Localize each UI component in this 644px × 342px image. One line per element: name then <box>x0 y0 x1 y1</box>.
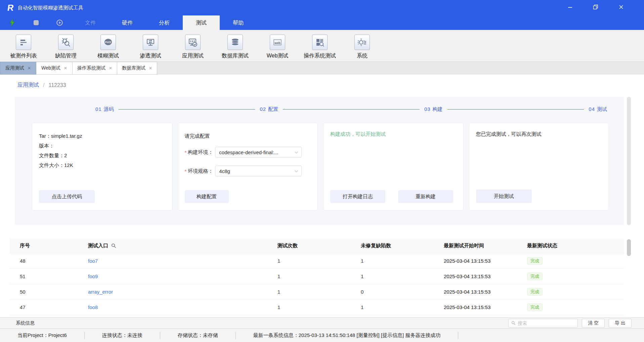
toolbar: 被测件列表 缺陷管理 FUZZ 模糊测试 渗透测试 应用测试 数据库测试 web… <box>0 30 644 62</box>
tab-strip: 应用测试 ✕ Web测试 ✕ 操作系统测试 ✕ 数据库测试 ✕ <box>0 62 644 75</box>
table-row: 47 foo8 1 1 2025-03-04 13:15:53 完成 <box>10 300 624 315</box>
toolbar-item-defect-mgmt[interactable]: 缺陷管理 <box>47 30 84 61</box>
scrollbar-thumb[interactable] <box>627 97 631 225</box>
step-build: 03构建 <box>424 106 443 113</box>
cell-count: 1 <box>277 289 361 295</box>
tab-db-test[interactable]: 数据库测试 ✕ <box>117 62 157 75</box>
status-divider <box>84 332 85 339</box>
tab-close-icon[interactable]: ✕ <box>149 66 152 71</box>
upload-code-button[interactable]: 点击上传代码 <box>39 190 95 203</box>
pentest-monitor-icon <box>143 35 158 50</box>
env-spec-field: * 环境规格： 4c8g <box>185 166 311 176</box>
step-config: 02配置 <box>260 106 278 113</box>
start-test-button[interactable]: 开始测试 <box>476 189 532 203</box>
status-badge: 完成 <box>527 257 543 265</box>
status-divider <box>160 332 160 339</box>
build-status-message: 构建成功，可以开始测试 <box>330 131 457 137</box>
test-status-message: 您已完成测试，可以再次测试 <box>476 131 602 137</box>
cell-defects: 1 <box>361 273 444 279</box>
tab-close-icon[interactable]: ✕ <box>64 66 67 71</box>
menu-item-test[interactable]: 测试 <box>183 15 220 30</box>
tab-close-icon[interactable]: ✕ <box>109 66 112 71</box>
table-row: 50 array_error 1 0 2025-03-04 13:15:53 完… <box>10 284 624 300</box>
os-search-icon <box>312 35 328 50</box>
toolbar-label: 操作系统测试 <box>304 52 336 59</box>
col-entry-label: 测试入口 <box>88 243 108 249</box>
system-info-search[interactable] <box>508 319 578 328</box>
menu-item-help[interactable]: 帮助 <box>220 15 257 30</box>
col-seq: 序号 <box>10 243 88 249</box>
status-latest-message: 最新一条系统信息：2025-03-13 14:51:50:148 [测量控制] … <box>253 332 441 339</box>
col-entry: 测试入口 <box>88 243 277 249</box>
menu-items: 文件 硬件 分析 测试 帮助 <box>72 15 257 30</box>
tab-close-icon[interactable]: ✕ <box>28 66 31 71</box>
close-button[interactable] <box>608 0 634 15</box>
tab-os-test[interactable]: 操作系统测试 ✕ <box>73 62 117 75</box>
toolbar-item-fuzz-test[interactable]: FUZZ 模糊测试 <box>90 30 127 61</box>
source-card: Tar：simple1.tar.gz 版本： 文件数量：2 文件大小：12K 点… <box>32 123 172 211</box>
entry-link[interactable]: array_error <box>88 289 113 295</box>
toolbar-item-db-test[interactable]: 数据库测试 <box>217 30 254 61</box>
toolbar-item-os-test[interactable]: 操作系统测试 <box>301 30 338 61</box>
build-config-button[interactable]: 构建配置 <box>185 190 229 203</box>
clear-button[interactable]: 清 空 <box>582 319 605 328</box>
toolbar-item-dut-list[interactable]: 被测件列表 <box>5 30 42 61</box>
close-icon <box>619 5 624 11</box>
cell-seq: 48 <box>10 258 88 264</box>
step-connector <box>283 109 420 110</box>
restart-icon[interactable] <box>56 19 63 26</box>
entry-link[interactable]: foo9 <box>88 273 98 279</box>
lightning-icon[interactable] <box>9 19 16 27</box>
build-env-select[interactable]: codespace-derived-final:... <box>215 147 302 158</box>
table-row: 51 foo9 1 1 2025-03-04 13:15:53 完成 <box>10 269 624 284</box>
cell-count: 1 <box>277 273 361 279</box>
search-icon[interactable] <box>111 243 116 248</box>
status-badge: 完成 <box>527 272 543 281</box>
toolbar-item-app-test[interactable]: 应用测试 <box>174 30 211 61</box>
toolbar-label: 应用测试 <box>182 52 204 59</box>
stop-icon[interactable] <box>32 19 40 26</box>
toolbar-label: 数据库测试 <box>222 52 249 59</box>
cell-time: 2025-03-04 13:15:53 <box>444 304 527 310</box>
system-info-bar: 系统信息 清 空 导 出 <box>0 317 644 329</box>
tab-label: Web测试 <box>41 65 60 71</box>
fuzz-icon: FUZZ <box>100 35 116 50</box>
search-input[interactable] <box>518 320 575 326</box>
restore-button[interactable] <box>583 0 608 15</box>
rebuild-button[interactable]: 重新构建 <box>398 190 453 203</box>
menu-bar: 文件 硬件 分析 测试 帮助 <box>0 15 644 30</box>
cell-defects: 1 <box>361 304 444 310</box>
entry-link[interactable]: foo7 <box>88 258 98 264</box>
tar-filename: Tar：simple1.tar.gz <box>39 131 165 141</box>
minimize-button[interactable] <box>557 0 583 15</box>
step-cards: Tar：simple1.tar.gz 版本： 文件数量：2 文件大小：12K 点… <box>15 113 624 211</box>
tab-label: 应用测试 <box>5 65 24 71</box>
entry-link[interactable]: foo8 <box>88 304 98 310</box>
env-spec-value: 4c8g <box>219 168 230 174</box>
toolbar-item-system[interactable]: 系统 <box>344 30 381 61</box>
cell-time: 2025-03-04 13:15:53 <box>444 289 527 295</box>
chevron-down-icon <box>294 151 298 154</box>
env-spec-label: 环境规格： <box>188 168 213 174</box>
scrollbar-thumb[interactable] <box>627 239 631 256</box>
menu-item-analysis[interactable]: 分析 <box>146 15 183 30</box>
svg-text:web: web <box>274 41 281 45</box>
run-controls <box>9 19 63 27</box>
open-build-log-button[interactable]: 打开构建日志 <box>330 190 385 203</box>
tab-label: 数据库测试 <box>122 65 145 71</box>
breadcrumb: 应用测试 / 112233 <box>17 82 66 89</box>
export-button[interactable]: 导 出 <box>609 319 632 328</box>
config-card: 请完成配置 * 构建环境： codespace-derived-final:..… <box>178 123 318 211</box>
tab-web-test[interactable]: Web测试 ✕ <box>36 62 73 75</box>
restore-icon <box>593 4 598 11</box>
menu-item-hardware[interactable]: 硬件 <box>109 15 146 30</box>
toolbar-label: 渗透测试 <box>140 52 161 59</box>
status-divider <box>458 332 458 339</box>
tab-app-test[interactable]: 应用测试 ✕ <box>0 62 36 75</box>
app-test-monitor-icon <box>185 35 201 50</box>
menu-item-file[interactable]: 文件 <box>72 15 109 30</box>
toolbar-item-pen-test[interactable]: 渗透测试 <box>132 30 169 61</box>
breadcrumb-parent-link[interactable]: 应用测试 <box>17 82 39 89</box>
toolbar-item-web-test[interactable]: web Web测试 <box>259 30 296 61</box>
env-spec-select[interactable]: 4c8g <box>215 166 302 176</box>
